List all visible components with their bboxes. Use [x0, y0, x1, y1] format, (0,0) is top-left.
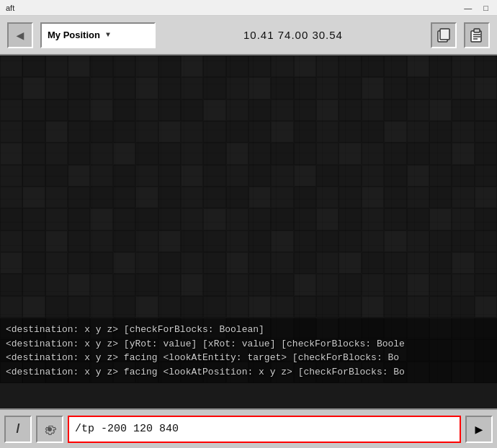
- titlebar: aft — □: [0, 0, 497, 16]
- titlebar-controls: — □: [461, 4, 491, 12]
- maximize-button[interactable]: □: [480, 4, 491, 12]
- chat-line-3: <destination: x y z> facing <lookAtEntit…: [6, 351, 491, 365]
- copy-icon-button[interactable]: [431, 22, 457, 48]
- chevron-down-icon: ▼: [106, 31, 110, 39]
- send-icon: ▶: [475, 421, 483, 437]
- titlebar-text: aft: [6, 4, 14, 12]
- back-button[interactable]: ◀: [7, 22, 33, 48]
- slash-icon: /: [16, 421, 19, 436]
- coordinates-display: 10.41 74.00 30.54: [163, 29, 424, 41]
- position-dropdown-label: My Position: [48, 30, 100, 40]
- minimize-button[interactable]: —: [461, 4, 475, 12]
- chat-line-2: <destination: x y z> [yRot: value] [xRot…: [6, 337, 491, 351]
- chat-line-4: <destination: x y z> facing <lookAtPosit…: [6, 365, 491, 380]
- command-input-wrapper[interactable]: [68, 416, 461, 443]
- position-dropdown[interactable]: My Position ▼: [40, 22, 156, 48]
- send-button[interactable]: ▶: [465, 416, 493, 443]
- paste-icon: [469, 27, 485, 43]
- paste-icon-button[interactable]: [464, 22, 490, 48]
- svg-rect-3: [474, 29, 480, 32]
- gear-icon: [42, 422, 57, 436]
- chat-overlay: <destination: x y z> [checkForBlocks: Bo…: [0, 318, 497, 383]
- copy-icon: [436, 27, 452, 43]
- svg-rect-1: [440, 29, 449, 40]
- gear-button[interactable]: [36, 416, 63, 443]
- command-bar: / ▶: [0, 408, 497, 448]
- toolbar: ◀ My Position ▼ 10.41 74.00 30.54: [0, 16, 497, 55]
- chat-line-1: <destination: x y z> [checkForBlocks: Bo…: [6, 323, 491, 337]
- back-icon: ◀: [17, 27, 24, 43]
- slash-button[interactable]: /: [4, 416, 32, 443]
- command-input[interactable]: [75, 423, 454, 435]
- game-area: // Generate stone blocks const container…: [0, 55, 497, 383]
